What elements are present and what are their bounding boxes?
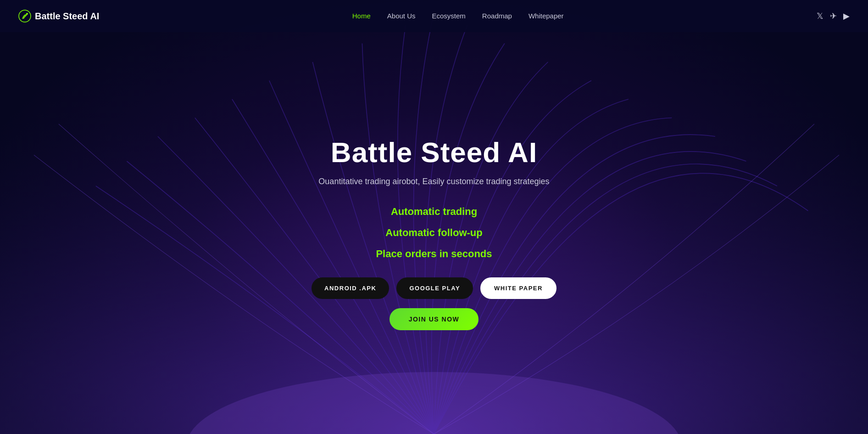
nav-item-about[interactable]: About Us: [387, 12, 416, 20]
hero-buttons: ANDROID .APK GOOGLE PLAY WHITE PAPER: [312, 277, 556, 299]
hero-section: Battle Steed AI Ouantitative trading air…: [0, 0, 868, 434]
youtube-icon[interactable]: ▶: [843, 11, 850, 21]
navbar: Battle Steed AI Home About Us Ecosystem …: [0, 0, 868, 32]
nav-link-whitepaper[interactable]: Whitepaper: [529, 12, 564, 20]
android-apk-button[interactable]: ANDROID .APK: [312, 277, 389, 299]
hero-feature-2: Automatic follow-up: [385, 227, 482, 239]
join-us-now-button[interactable]: JOIN US NOW: [389, 308, 479, 330]
logo-text: Battle Steed AI: [35, 11, 99, 22]
hero-feature-1: Automatic trading: [391, 206, 477, 218]
logo-icon: [18, 10, 31, 23]
nav-link-home[interactable]: Home: [352, 12, 371, 20]
nav-item-home[interactable]: Home: [352, 12, 371, 20]
hero-title: Battle Steed AI: [331, 136, 537, 169]
hero-content: Battle Steed AI Ouantitative trading air…: [312, 136, 556, 330]
nav-item-whitepaper[interactable]: Whitepaper: [529, 12, 564, 20]
twitter-icon[interactable]: 𝕏: [817, 11, 823, 21]
nav-link-roadmap[interactable]: Roadmap: [482, 12, 512, 20]
nav-item-roadmap[interactable]: Roadmap: [482, 12, 512, 20]
logo[interactable]: Battle Steed AI: [18, 10, 99, 23]
hero-subtitle: Ouantitative trading airobot, Easily cus…: [318, 177, 549, 186]
nav-link-about[interactable]: About Us: [387, 12, 416, 20]
google-play-button[interactable]: GOOGLE PLAY: [396, 277, 473, 299]
svg-point-1: [26, 13, 28, 15]
nav-item-ecosystem[interactable]: Ecosystem: [432, 12, 466, 20]
telegram-icon[interactable]: ✈: [830, 11, 837, 21]
hero-feature-3: Place orders in seconds: [376, 248, 492, 260]
white-paper-button[interactable]: WHITE PAPER: [480, 277, 556, 299]
nav-links: Home About Us Ecosystem Roadmap Whitepap…: [352, 12, 564, 20]
svg-point-3: [186, 372, 682, 434]
nav-link-ecosystem[interactable]: Ecosystem: [432, 12, 466, 20]
nav-socials: 𝕏 ✈ ▶: [817, 11, 850, 21]
